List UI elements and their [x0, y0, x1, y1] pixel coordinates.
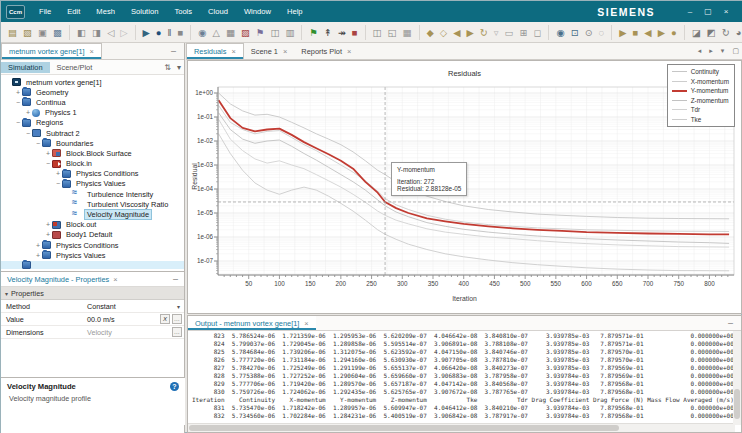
tree-node-continua[interactable]: −Continua — [1, 97, 184, 107]
tree-node-physics-values[interactable]: +Physics Values — [1, 250, 184, 260]
minimize-window[interactable]: – — [681, 7, 699, 16]
output-tab[interactable]: Output - metnum vortex gene[1] × — [188, 316, 316, 330]
expander-icon[interactable]: − — [24, 130, 32, 137]
menu-mesh[interactable]: Mesh — [88, 7, 123, 16]
rotate-view-icon[interactable]: ↻ — [477, 25, 491, 40]
expander-icon[interactable]: + — [44, 231, 52, 238]
redo-icon[interactable]: ▷ — [117, 25, 130, 40]
restore-window[interactable]: ▢ — [699, 7, 717, 16]
expander-icon[interactable]: + — [44, 221, 52, 228]
snapshot-options-icon[interactable]: ◕ — [733, 25, 742, 40]
new-table-icon[interactable]: ▥ — [282, 25, 297, 40]
expander-icon[interactable]: + — [14, 89, 22, 96]
step-forward-icon[interactable]: ▶ — [655, 25, 668, 40]
tree-node-geometry[interactable]: +Geometry — [1, 87, 184, 97]
tree-node-subtract-2[interactable]: −Subtract 2 — [1, 128, 184, 138]
tile-windows-icon[interactable]: ◫ — [370, 25, 385, 40]
expander-icon[interactable]: + — [34, 252, 42, 259]
play-animation-icon[interactable]: ▶ — [616, 25, 629, 40]
run-all-icon[interactable]: ⚑ — [306, 25, 321, 40]
property-value[interactable]: Velocity… — [87, 327, 184, 337]
zoom-out-icon[interactable]: ▿ — [491, 25, 502, 40]
subtab-sceneplot[interactable]: Scene/Plot — [50, 62, 100, 73]
refresh-scene-icon[interactable]: ↻ — [719, 25, 733, 40]
tree-node-block-in[interactable]: −Block.in — [1, 159, 184, 169]
run-icon[interactable]: ● — [153, 25, 165, 40]
scroll-tabs-right-icon[interactable]: ▸ — [705, 47, 717, 55]
tree-node-turbulent-viscosity-ratio[interactable]: Turbulent Viscosity Ratio — [1, 199, 184, 209]
output-log[interactable]: 823 5.786524e-06 1.721359e-06 1.295953e-… — [188, 331, 741, 419]
expand-collapse-icon[interactable]: ⇅ — [161, 63, 174, 72]
tree-node-physics-conditions[interactable]: +Physics Conditions — [1, 240, 184, 250]
ellipsis-button[interactable]: … — [172, 327, 182, 337]
expander-icon[interactable]: − — [34, 140, 42, 147]
close-window[interactable]: × — [717, 7, 735, 16]
restore-view-icon[interactable]: ◇ — [437, 25, 450, 40]
close-icon[interactable]: × — [283, 47, 287, 56]
menu-tools[interactable]: Tools — [166, 7, 200, 16]
box-view-icon[interactable]: ▭ — [502, 25, 517, 40]
expander-icon[interactable]: − — [14, 99, 22, 106]
stop-animation-icon[interactable]: ■ — [630, 25, 642, 40]
tree-node-boundaries[interactable]: −Boundaries — [1, 138, 184, 148]
scrollbar-thumb[interactable] — [734, 389, 740, 419]
undo-icon[interactable]: ◁ — [104, 25, 117, 40]
simulation-tab[interactable]: metnum vortex gene[1] × — [1, 43, 102, 59]
x-editor-button[interactable]: X — [160, 314, 170, 324]
save-icon[interactable]: ▣ — [35, 25, 50, 40]
tree-menu-dropdown-icon[interactable]: ▾ — [174, 63, 184, 72]
copy-snapshot-icon[interactable]: ◩ — [704, 25, 719, 40]
expander-icon[interactable]: + — [44, 150, 52, 157]
paste-icon[interactable]: ◨ — [89, 25, 104, 40]
residuals-plot[interactable]: Residuals Residual 1e+001e-011e-021e-031… — [187, 60, 742, 314]
menu-solution[interactable]: Solution — [123, 7, 166, 16]
generate-volume-mesh-icon[interactable]: ▨ — [238, 25, 253, 40]
close-icon[interactable]: × — [304, 319, 308, 328]
expander-icon[interactable]: − — [14, 119, 22, 126]
properties-minimize[interactable]: – — [173, 274, 178, 284]
tree-node-block-out[interactable]: +Block.out — [1, 220, 184, 230]
subtab-simulation[interactable]: Simulation — [1, 62, 50, 73]
property-value[interactable]: Constant▾ — [87, 302, 184, 311]
rubberband-select-icon[interactable]: ◉ — [553, 25, 567, 40]
close-icon[interactable]: × — [90, 47, 94, 56]
menu-edit[interactable]: Edit — [59, 7, 88, 16]
menu-help[interactable]: Help — [279, 7, 311, 16]
new-simulation-icon[interactable]: ▤ — [5, 25, 20, 40]
scroll-tabs-left-icon[interactable]: ◂ — [694, 47, 706, 55]
probe-point-icon[interactable]: ◌ — [596, 25, 608, 40]
simulation-tree[interactable]: metnum vortex gene[1]+Geometry−Continua+… — [1, 75, 184, 271]
collapse-icon[interactable]: ▾ — [5, 290, 8, 297]
clear-solution-icon[interactable]: △ — [210, 25, 223, 40]
tree-node-body1-default[interactable]: +Body1 Default — [1, 230, 184, 240]
pause-icon[interactable]: ‖ — [165, 25, 175, 40]
grid-layout-icon[interactable]: ▦ — [400, 25, 415, 40]
create-scene-icon[interactable]: ◫ — [267, 25, 282, 40]
run-solution-icon[interactable]: ↠ — [335, 25, 349, 40]
copy-icon[interactable]: ◧ — [74, 25, 89, 40]
ellipsis-button[interactable]: … — [172, 314, 182, 324]
maximize-view-icon[interactable]: ▢ — [728, 47, 742, 55]
output-minimize[interactable]: – — [720, 318, 741, 328]
tab-scene-1[interactable]: Scene 1× — [244, 43, 295, 59]
output-vscrollbar[interactable] — [733, 331, 741, 425]
expander-icon[interactable]: + — [34, 242, 42, 249]
help-icon[interactable]: ? — [170, 382, 179, 391]
save-restore-views-icon[interactable]: ◆ — [424, 25, 437, 40]
pick-mode-icon[interactable]: ⊙ — [582, 25, 596, 40]
property-value[interactable]: 00.0 m/sX… — [87, 314, 184, 324]
tab-residuals[interactable]: Residuals× — [186, 43, 244, 59]
stop-icon[interactable]: ■ — [175, 25, 187, 40]
tab-reports-plot[interactable]: Reports Plot× — [294, 43, 358, 59]
output-hscrollbar[interactable] — [188, 423, 735, 432]
tree-node-physics-1[interactable]: +Physics 1 — [1, 108, 184, 118]
close-icon[interactable]: × — [113, 275, 117, 284]
pan-right-icon[interactable]: ▶ — [463, 25, 476, 40]
tree-node-velocity-magnitude[interactable]: Velocity Magnitude — [1, 209, 184, 219]
expander-icon[interactable]: + — [54, 170, 62, 177]
dropdown-caret-icon[interactable]: ▾ — [177, 303, 180, 310]
expander-icon[interactable]: + — [24, 109, 32, 116]
menu-window[interactable]: Window — [236, 7, 279, 16]
step-icon[interactable]: ▶ — [140, 25, 153, 40]
snapshot-icon[interactable]: ◪ — [689, 25, 704, 40]
